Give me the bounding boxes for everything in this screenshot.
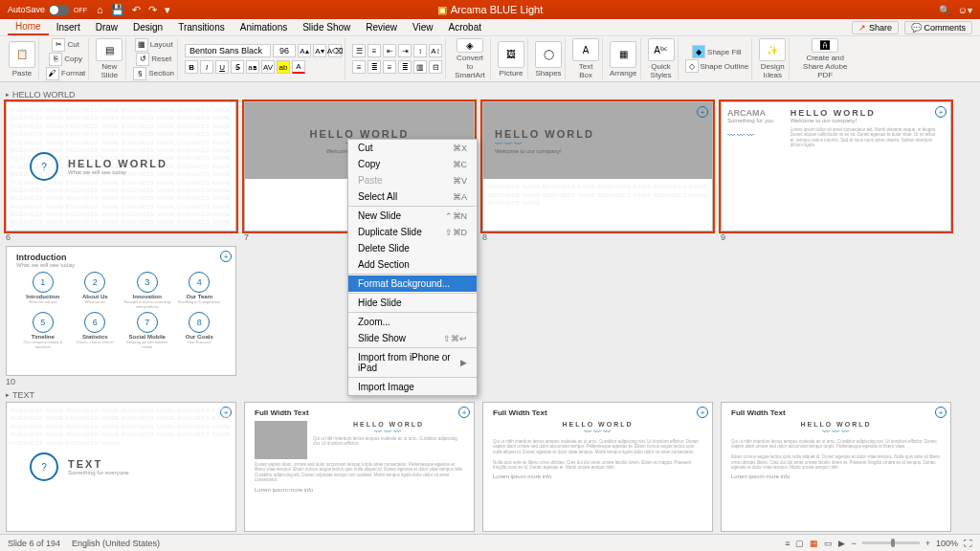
sorter-view-icon[interactable]: ▦	[810, 539, 818, 548]
add-icon[interactable]: +	[220, 251, 232, 262]
fill-icon[interactable]: ◆	[692, 45, 705, 58]
slide-thumb-13[interactable]: + Full Width Text HELLO WORLD 〰〰〰 Qui ut…	[482, 402, 713, 532]
design-ideas-button[interactable]: ✨	[759, 38, 786, 61]
adobe-pdf-button[interactable]: 🅰	[812, 38, 838, 53]
ctx-add-section[interactable]: Add Section	[348, 256, 477, 273]
add-icon[interactable]: +	[935, 106, 947, 118]
slideshow-view-icon[interactable]: ▶	[838, 539, 845, 548]
autosave-toggle[interactable]	[49, 5, 70, 15]
strike-icon[interactable]: S̶	[231, 60, 244, 74]
ctx-duplicate-slide[interactable]: Duplicate Slide⇧⌘D	[348, 224, 477, 240]
zoom-level[interactable]: 100%	[936, 539, 958, 548]
tab-draw[interactable]: Draw	[88, 20, 125, 34]
ctx-cut[interactable]: Cut⌘X	[348, 140, 477, 156]
tab-design[interactable]: Design	[125, 20, 170, 34]
zoom-slider[interactable]	[862, 541, 920, 544]
ctx-import-image[interactable]: Import Image	[348, 379, 477, 395]
add-icon[interactable]: +	[697, 106, 708, 118]
shapes-button[interactable]: ◯	[535, 41, 562, 68]
numbering-icon[interactable]: ≡	[368, 44, 381, 57]
cut-icon[interactable]: ✂	[52, 38, 65, 52]
tab-insert[interactable]: Insert	[49, 20, 88, 34]
tab-acrobat[interactable]: Acrobat	[441, 20, 489, 34]
format-painter-icon[interactable]: 🖌	[46, 67, 59, 80]
tab-view[interactable]: View	[405, 20, 441, 34]
reading-view-icon[interactable]: ▭	[824, 539, 833, 548]
picture-button[interactable]: 🖼	[498, 41, 524, 68]
copy-icon[interactable]: ⎘	[49, 53, 62, 66]
comments-button[interactable]: 💬 Comments	[904, 21, 972, 34]
indent-more-icon[interactable]: ⇥	[398, 44, 412, 57]
paste-button[interactable]: 📋	[9, 41, 35, 68]
ctx-zoom-[interactable]: Zoom...	[348, 314, 477, 330]
ctx-slide-show[interactable]: Slide Show⇧⌘↩	[348, 330, 477, 346]
shrink-font-icon[interactable]: A▾	[313, 44, 326, 57]
qat-menu-icon[interactable]: ▾	[165, 4, 170, 16]
normal-view-icon[interactable]: ▢	[795, 539, 804, 548]
indent-less-icon[interactable]: ⇤	[383, 44, 396, 57]
justify-icon[interactable]: ≣	[398, 60, 412, 74]
redo-icon[interactable]: ↷	[148, 4, 157, 16]
slide-counter[interactable]: Slide 6 of 194	[8, 539, 60, 548]
add-icon[interactable]: +	[458, 407, 470, 418]
reset-icon[interactable]: ↺	[136, 53, 149, 66]
tab-animations[interactable]: Animations	[233, 20, 295, 34]
add-icon[interactable]: +	[697, 407, 708, 418]
underline-icon[interactable]: U	[215, 60, 229, 74]
tab-slideshow[interactable]: Slide Show	[295, 20, 358, 34]
font-selector[interactable]: Benton Sans Black	[185, 44, 271, 57]
tab-transitions[interactable]: Transitions	[170, 20, 233, 34]
align-text-icon[interactable]: ⊟	[429, 60, 442, 74]
zoom-in-icon[interactable]: +	[925, 539, 930, 548]
clear-format-icon[interactable]: A⌫	[328, 44, 342, 57]
slide-thumb-9[interactable]: + ARCAMA Something for you 〰〰〰 HELLO WOR…	[721, 101, 951, 231]
tab-home[interactable]: Home	[8, 19, 49, 35]
save-icon[interactable]: 💾	[111, 4, 124, 16]
columns-icon[interactable]: ▥	[413, 60, 427, 74]
section-hello[interactable]: HELLO WORLD	[6, 90, 974, 99]
align-right-icon[interactable]: ≡	[383, 60, 396, 74]
layout-icon[interactable]: ▦	[135, 38, 148, 52]
section-icon[interactable]: §	[133, 67, 146, 80]
bullets-icon[interactable]: ☰	[352, 44, 366, 57]
line-spacing-icon[interactable]: ↕	[413, 44, 427, 57]
add-icon[interactable]: +	[935, 407, 947, 418]
bold-icon[interactable]: B	[185, 60, 198, 74]
new-slide-button[interactable]: ▤	[96, 38, 122, 61]
align-center-icon[interactable]: ≣	[368, 60, 381, 74]
font-size-selector[interactable]: 96	[273, 44, 296, 57]
tab-review[interactable]: Review	[358, 20, 405, 34]
align-left-icon[interactable]: ≡	[352, 60, 366, 74]
slide-thumb-10[interactable]: + Introduction What we will see today 1I…	[6, 246, 236, 376]
quick-styles-button[interactable]: Aᵇᶜ	[648, 38, 675, 61]
spacing-icon[interactable]: AV	[261, 60, 275, 74]
slide-thumb-8[interactable]: + HELLO WORLD 〰〰〰 Welcome to our company…	[482, 101, 713, 231]
home-icon[interactable]: ⌂	[97, 4, 103, 16]
ctx-copy[interactable]: Copy⌘C	[348, 156, 477, 172]
grow-font-icon[interactable]: A▴	[298, 44, 311, 57]
ctx-import-from-iphone-or-ipad[interactable]: Import from iPhone or iPad▶	[348, 349, 477, 376]
slide-sorter[interactable]: HELLO WORLD for(let i=0;i<60;i++)documen…	[0, 82, 980, 534]
notes-icon[interactable]: ≡	[785, 539, 790, 548]
account-icon[interactable]: ☺▾	[958, 5, 972, 15]
slide-thumb-14[interactable]: + Full Width Text HELLO WORLD 〰〰〰 Qui ut…	[721, 402, 951, 532]
highlight-icon[interactable]: ab	[277, 60, 290, 74]
section-text[interactable]: TEXT	[6, 390, 974, 400]
share-button[interactable]: ↗ Share	[852, 21, 899, 34]
shadow-icon[interactable]: aʙ	[246, 60, 259, 74]
outline-icon[interactable]: ◇	[685, 59, 699, 73]
textbox-button[interactable]: A	[572, 38, 599, 61]
ctx-new-slide[interactable]: New Slide⌃⌘N	[348, 208, 477, 224]
zoom-out-icon[interactable]: −	[851, 539, 856, 548]
ctx-select-all[interactable]: Select All⌘A	[348, 188, 477, 205]
slide-thumb-11[interactable]: + BUSINESS NAME BUSINESS NAME BUSINESS N…	[6, 402, 236, 532]
ctx-delete-slide[interactable]: Delete Slide	[348, 240, 477, 256]
slide-thumb-6[interactable]: for(let i=0;i<60;i++)document.write('BUS…	[6, 101, 236, 231]
arrange-button[interactable]: ▦	[610, 41, 636, 68]
text-direction-icon[interactable]: A↕	[429, 44, 442, 57]
slide-thumb-12[interactable]: + Full Width Text HELLO WORLD 〰〰〰 Qui ut…	[244, 402, 475, 532]
italic-icon[interactable]: I	[200, 60, 213, 74]
undo-icon[interactable]: ↶	[132, 4, 141, 16]
ctx-hide-slide[interactable]: Hide Slide	[348, 295, 477, 311]
font-color-icon[interactable]: A	[292, 60, 305, 74]
